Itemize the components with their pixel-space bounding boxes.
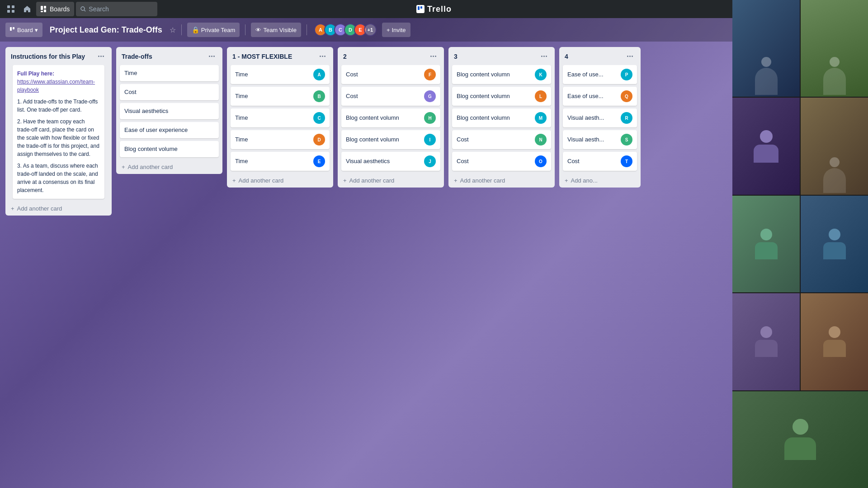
visibility-label: Team Visible [263, 27, 296, 33]
card-col1-1[interactable]: Time A [231, 65, 330, 84]
card-col4-2[interactable]: Ease of use... Q [563, 87, 637, 106]
list-cards-instructions: Full Play here: https://www.atlassian.co… [5, 65, 112, 202]
card-text-col1-4: Time [235, 136, 311, 144]
card-text-col4-4: Visual aesth... [567, 136, 618, 144]
list-cards-col-1: Time A Time B Time C Time D Time E [227, 65, 333, 174]
card-avatar-col3-1: K [535, 69, 547, 80]
card-ease-user-exp[interactable]: Ease of user experience [120, 122, 219, 138]
card-time[interactable]: Time ✏ [120, 65, 219, 81]
add-card-trade-offs[interactable]: + Add another card [116, 160, 222, 174]
board-menu-chevron: ▾ [35, 27, 38, 33]
list-col-1: 1 - MOST FLEXIBLE ··· Time A Time B Time… [227, 47, 333, 188]
card-col2-5[interactable]: Visual aesthetics J [341, 152, 440, 171]
invite-button[interactable]: + Invite [382, 23, 410, 37]
card-text-col2-5: Visual aesthetics [346, 157, 421, 165]
card-text-ease-user-exp: Ease of user experience [124, 126, 214, 134]
search-bar[interactable]: Search [76, 2, 157, 16]
board-menu-button[interactable]: Board ▾ [5, 23, 42, 37]
card-col4-3[interactable]: Visual aesth... R [563, 108, 637, 127]
list-col-4: 4 ··· Ease of use... P Ease of use... Q … [559, 47, 641, 188]
apps-icon[interactable] [4, 2, 18, 16]
list-menu-icon-col-3[interactable]: ··· [539, 52, 549, 61]
list-title-col-2: 2 [343, 53, 347, 60]
list-cards-trade-offs: Time ✏ Cost Visual aesthetics Ease of us… [116, 65, 222, 160]
card-col4-1[interactable]: Ease of use... P [563, 65, 637, 84]
card-text-time: Time [124, 69, 214, 77]
video-cell-9 [732, 391, 868, 488]
avatar-overflow-count[interactable]: +1 [364, 23, 377, 36]
video-cell-5 [732, 196, 800, 292]
add-card-col-1[interactable]: + Add another card [227, 174, 333, 188]
list-menu-icon-col-1[interactable]: ··· [317, 52, 328, 61]
card-col2-2[interactable]: Cost G [341, 87, 440, 106]
list-header-col-2: 2 ··· [338, 47, 444, 65]
card-avatar-col4-1: P [621, 69, 632, 80]
card-text-col1-3: Time [235, 114, 311, 122]
team-button[interactable]: 🔒 Private Team [187, 23, 240, 37]
video-cell-2 [801, 0, 868, 97]
list-menu-icon-trade-offs[interactable]: ··· [207, 52, 217, 61]
list-menu-icon-instructions[interactable]: ··· [96, 52, 106, 61]
svg-rect-1 [12, 5, 14, 8]
boards-label: Boards [50, 5, 70, 13]
card-col1-5[interactable]: Time E [231, 152, 330, 171]
card-col1-2[interactable]: Time B [231, 87, 330, 106]
card-text-visual-aesthetics: Visual aesthetics [124, 107, 214, 115]
card-col3-3[interactable]: Blog content volumn M [452, 108, 551, 127]
team-label: Private Team [201, 27, 236, 33]
home-icon[interactable] [20, 2, 34, 16]
divider [181, 24, 182, 35]
card-blog-content[interactable]: Blog content volume [120, 141, 219, 157]
card-text-col2-3: Blog content volumn [346, 114, 421, 122]
svg-rect-2 [7, 10, 10, 13]
card-col2-4[interactable]: Blog content volumn I [341, 130, 440, 149]
list-title-trade-offs: Trade-offs [122, 53, 152, 60]
video-panel [732, 0, 868, 488]
video-cell-6 [801, 196, 868, 292]
card-avatar-col4-2: Q [621, 90, 632, 102]
lock-icon: 🔒 [192, 26, 199, 33]
card-visual-aesthetics[interactable]: Visual aesthetics [120, 103, 219, 119]
board-star-icon[interactable]: ☆ [170, 26, 176, 34]
add-card-label-trade-offs: Add another card [128, 164, 173, 170]
add-icon-col-1: + [232, 177, 236, 184]
add-card-col-3[interactable]: + Add another card [448, 174, 555, 188]
add-card-col-2[interactable]: + Add another card [338, 174, 444, 188]
card-avatar-col3-3: M [535, 112, 547, 124]
list-title-col-1: 1 - MOST FLEXIBLE [232, 53, 292, 60]
card-text-col3-3: Blog content volumn [457, 114, 532, 122]
instructions-link[interactable]: https://www.atlassian.com/team-playbook [17, 79, 95, 93]
list-menu-icon-col-4[interactable]: ··· [625, 52, 635, 61]
card-cost[interactable]: Cost [120, 84, 219, 100]
visibility-button[interactable]: 👁 Team Visible [251, 23, 301, 37]
member-avatars: A B C D E +1 [314, 23, 377, 36]
card-col3-4[interactable]: Cost N [452, 130, 551, 149]
card-col1-3[interactable]: Time C [231, 108, 330, 127]
invite-icon: + [387, 27, 390, 33]
svg-rect-3 [12, 10, 14, 13]
card-col2-1[interactable]: Cost F [341, 65, 440, 84]
card-col3-2[interactable]: Blog content volumn L [452, 87, 551, 106]
add-card-col-4[interactable]: + Add ano... [559, 174, 641, 188]
add-card-instructions[interactable]: + Add another card [5, 202, 112, 216]
svg-rect-5 [44, 6, 46, 9]
svg-rect-7 [44, 9, 46, 12]
card-col3-1[interactable]: Blog content volumn K [452, 65, 551, 84]
card-col1-4[interactable]: Time D [231, 130, 330, 149]
card-col4-5[interactable]: Cost T [563, 152, 637, 171]
card-text-col3-4: Cost [457, 136, 532, 144]
instructions-step-2: 2. Have the team copy each trade-off car… [17, 117, 100, 158]
svg-line-9 [85, 10, 86, 12]
list-col-3: 3 ··· Blog content volumn K Blog content… [448, 47, 555, 188]
card-col3-5[interactable]: Cost O [452, 152, 551, 171]
boards-button[interactable]: Boards [36, 2, 74, 16]
trello-logo: Trello [416, 5, 452, 14]
divider-2 [245, 24, 245, 35]
card-text-col1-2: Time [235, 92, 311, 100]
card-avatar-col1-5: E [313, 155, 325, 167]
card-col4-4[interactable]: Visual aesth... S [563, 130, 637, 149]
card-col2-3[interactable]: Blog content volumn H [341, 108, 440, 127]
card-avatar-col2-5: J [424, 155, 436, 167]
trello-text: Trello [427, 5, 452, 14]
list-menu-icon-col-2[interactable]: ··· [428, 52, 439, 61]
